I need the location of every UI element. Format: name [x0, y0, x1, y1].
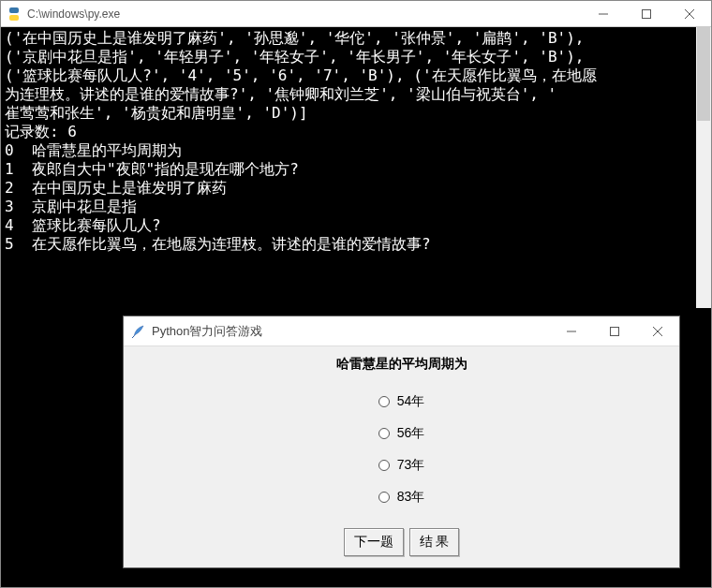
console-window-controls [582, 1, 711, 27]
dialog-title: Python智力问答游戏 [152, 323, 262, 340]
console-line: 1 夜郎自大中"夜郎"指的是现在哪个地方? [5, 160, 299, 178]
console-title: C:\windows\py.exe [27, 7, 120, 21]
option-label: 83年 [397, 489, 425, 506]
button-row: 下一题 结 果 [344, 528, 460, 556]
dialog-minimize-button[interactable] [550, 318, 593, 345]
svg-line-6 [132, 336, 134, 338]
dialog-maximize-button[interactable] [593, 318, 636, 345]
minimize-button[interactable] [582, 1, 625, 27]
console-line: ('篮球比赛每队几人?', '4', '5', '6', '7', 'B'), … [5, 66, 597, 84]
next-button[interactable]: 下一题 [344, 528, 404, 556]
console-line: 4 篮球比赛每队几人? [5, 216, 161, 234]
dialog-body: 哈雷慧星的平均周期为 54年 56年 73年 83年 下一题 结 果 [124, 346, 679, 569]
radio-icon [378, 396, 390, 407]
console-line: 5 在天愿作比翼鸟，在地愿为连理枝。讲述的是谁的爱情故事? [5, 235, 431, 253]
console-line: 为连理枝。讲述的是谁的爱情故事?', '焦钟卿和刘兰芝', '梁山伯与祝英台',… [5, 85, 556, 103]
radio-icon [378, 428, 390, 439]
console-titlebar: C:\windows\py.exe [1, 1, 711, 27]
console-line: 崔莺莺和张生', '杨贵妃和唐明皇', 'D')] [5, 104, 308, 122]
maximize-button[interactable] [625, 1, 668, 27]
option-a[interactable]: 54年 [378, 393, 425, 410]
console-line: ('在中国历史上是谁发明了麻药', '孙思邈', '华佗', '张仲景', '扁… [5, 29, 584, 47]
dialog-window-controls [550, 318, 679, 345]
option-label: 54年 [397, 393, 425, 410]
console-line: 0 哈雷慧星的平均周期为 [5, 141, 182, 159]
option-label: 56年 [397, 425, 425, 442]
option-b[interactable]: 56年 [378, 425, 425, 442]
dialog-close-button[interactable] [636, 318, 679, 345]
close-button[interactable] [668, 1, 711, 27]
tk-feather-icon [131, 324, 146, 339]
console-line: 3 京剧中花旦是指 [5, 198, 137, 215]
svg-rect-1 [9, 15, 19, 21]
dialog-titlebar: Python智力问答游戏 [124, 316, 679, 346]
result-button[interactable]: 结 果 [409, 528, 460, 556]
scrollbar-thumb[interactable] [697, 27, 710, 121]
quiz-dialog: Python智力问答游戏 哈雷慧星的平均周期为 54年 56年 73年 [123, 316, 680, 568]
vertical-scrollbar[interactable] [696, 27, 711, 308]
radio-icon [378, 492, 390, 503]
console-line: ('京剧中花旦是指', '年轻男子', '年轻女子', '年长男子', '年长女… [5, 48, 584, 66]
option-label: 73年 [397, 457, 425, 474]
console-line: 2 在中国历史上是谁发明了麻药 [5, 179, 227, 197]
svg-rect-8 [611, 327, 619, 335]
option-c[interactable]: 73年 [378, 457, 425, 474]
svg-rect-3 [643, 9, 651, 18]
radio-icon [378, 460, 390, 471]
svg-rect-0 [9, 7, 19, 13]
option-d[interactable]: 83年 [378, 489, 425, 506]
question-label: 哈雷慧星的平均周期为 [336, 356, 467, 373]
console-line: 记录数: 6 [5, 123, 77, 140]
python-icon [7, 7, 22, 22]
